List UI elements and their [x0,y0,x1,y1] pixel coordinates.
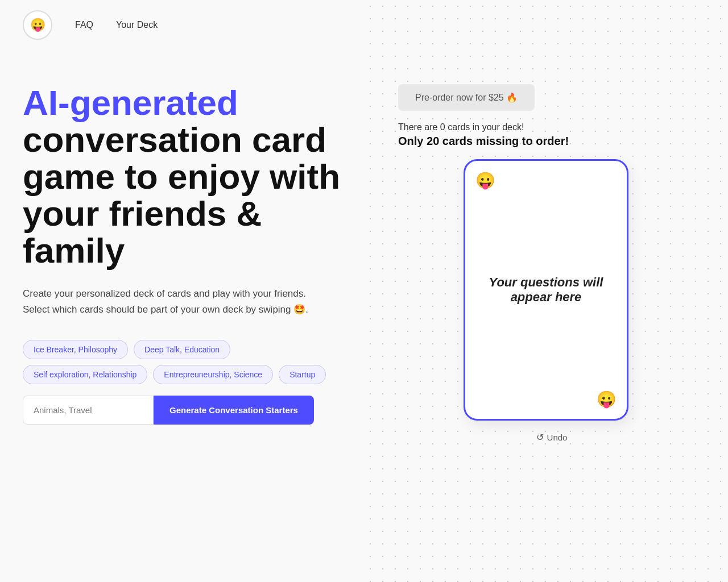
generate-button[interactable]: Generate Conversation Starters [154,396,314,425]
nav-links: FAQ Your Deck [75,20,158,30]
card-container: 😛 Your questions will appear here 😛 [464,159,640,421]
tag-ice-breaker[interactable]: Ice Breaker, Philosophy [23,340,128,359]
tag-self-exploration[interactable]: Self exploration, Relationship [23,365,147,384]
tags-row-2: Self exploration, Relationship Entrepreu… [23,365,353,384]
card-icon-bottom: 😛 [597,390,617,409]
logo-icon: 😛 [30,18,46,32]
deck-status-line2: Only 20 cards missing to order! [398,135,569,148]
tag-deep-talk[interactable]: Deep Talk, Education [134,340,230,359]
nav-faq[interactable]: FAQ [75,20,93,30]
left-section: AI-generated conversation card game to e… [23,84,353,443]
undo-label: Undo [547,433,568,442]
tags-row-1: Ice Breaker, Philosophy Deep Talk, Educa… [23,340,353,359]
card-icon-top: 😛 [475,171,495,190]
input-row: Generate Conversation Starters [23,396,353,425]
topic-input[interactable] [23,396,154,425]
right-section: Pre-order now for $25 🔥 There are 0 card… [375,84,705,443]
heading-highlight: AI-generated [23,83,238,122]
undo-section[interactable]: ↺ Undo [536,432,568,443]
deck-status-line1: There are 0 cards in your deck! [398,122,524,132]
card-placeholder-text: Your questions will appear here [477,275,615,305]
preorder-button[interactable]: Pre-order now for $25 🔥 [398,84,535,111]
page-heading: AI-generated conversation card game to e… [23,84,353,269]
navigation: 😛 FAQ Your Deck [0,0,728,50]
tag-startup[interactable]: Startup [279,365,326,384]
logo[interactable]: 😛 [23,10,52,40]
undo-icon: ↺ [536,432,544,443]
nav-your-deck[interactable]: Your Deck [116,20,158,30]
hero-subtitle: Create your personalized deck of cards a… [23,286,330,317]
main-content: AI-generated conversation card game to e… [0,50,728,443]
heading-rest: conversation card game to enjoy with you… [23,120,340,270]
tag-entrepreuneurship[interactable]: Entrepreuneurship, Science [153,365,273,384]
question-card: 😛 Your questions will appear here 😛 [464,159,628,421]
